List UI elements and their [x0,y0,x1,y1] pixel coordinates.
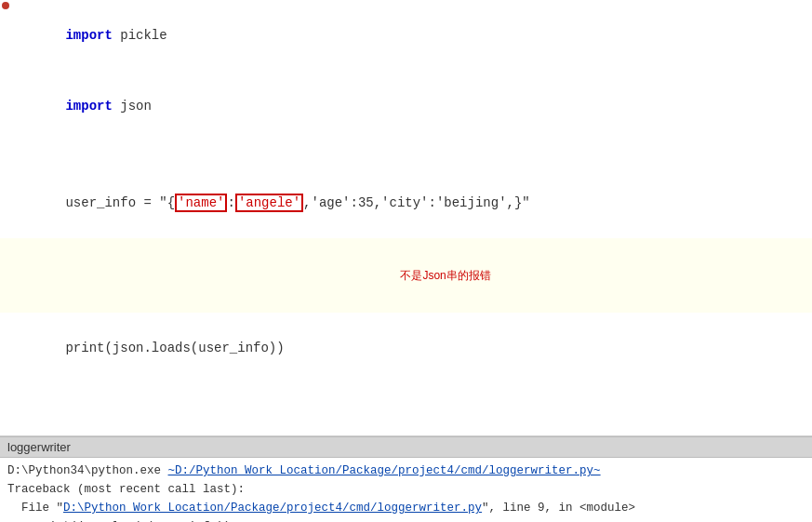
code-line-5: 不是Json串的报错 [0,238,812,313]
console-line-3: File "D:\Python Work Location/Package/pr… [7,499,805,517]
console-line-2: Traceback (most recent call last): [7,480,805,499]
code-line-3 [0,141,812,167]
code-line-1: import pickle [0,0,812,71]
console-line-1: D:\Python34\python.exe ~D:/Python Work L… [7,462,805,480]
colon-sep: : [227,195,234,210]
breakpoint-indicator [2,2,9,9]
line-content-1: import pickle [11,2,812,69]
console-line-4: print(json.loads(user_info)) [7,517,805,522]
module-json: json [113,99,152,114]
name-boxed: 'name' [175,194,227,212]
line-content-6: print(json.loads(user_info)) [11,315,812,381]
keyword-import: import [65,28,112,43]
angele-boxed: 'angele' [235,194,303,212]
open-brace: { [167,195,175,210]
line-content-3 [11,143,812,166]
keyword-import2: import [65,99,112,114]
print-statement: print(json.loads(user_info)) [65,341,284,355]
console-content: D:\Python34\python.exe ~D:/Python Work L… [0,458,812,522]
warning-content: 不是Json串的报错 [11,240,812,311]
code-line-8 [0,409,812,435]
console-header: loggerwriter [0,437,812,458]
console-area: loggerwriter D:\Python34\python.exe ~D:/… [0,436,812,522]
line-content-2: import json [11,73,812,140]
code-line-6: print(json.loads(user_info)) [0,313,812,383]
module-pickle: pickle [113,28,167,43]
line-gutter-1 [0,2,11,9]
code-line-2: import json [0,71,812,141]
warning-text: 不是Json串的报错 [65,269,490,282]
line-content-4: user_info = "{'name':'angele','age':35,'… [11,169,812,236]
var-user-info: user_info = " [65,195,166,210]
editor-area: import pickle import json user_info = "{… [0,0,812,436]
line-content-7 [11,385,812,408]
code-line-4: user_info = "{'name':'angele','age':35,'… [0,167,812,238]
rest-str: ,'age':35,'city':'beijing',}" [303,195,530,210]
code-line-7 [0,383,812,409]
line-content-8 [11,411,812,434]
